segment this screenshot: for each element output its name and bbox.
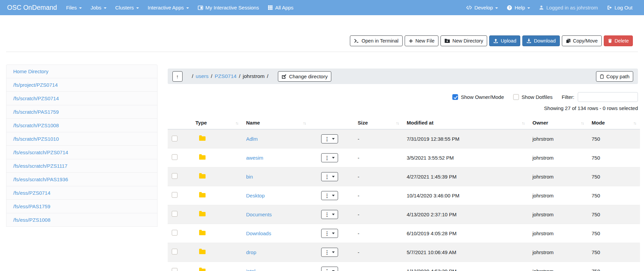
nav-item-jobs[interactable]: Jobs: [86, 5, 111, 10]
caret-down-icon: [332, 233, 335, 234]
files-table: Type↑↓ Name↑↓ Size↑↓ Modified at↑↓ Owner…: [168, 117, 640, 271]
three-dots-icon: ⋮: [325, 212, 330, 217]
nav-item-files[interactable]: Files: [62, 5, 86, 10]
file-name-link[interactable]: intel: [246, 268, 256, 271]
file-owner: johrstrom: [528, 262, 588, 271]
nav-item-interactive-apps[interactable]: Interactive Apps: [143, 5, 193, 10]
file-mode: 750: [588, 224, 640, 243]
file-owner: johrstrom: [528, 243, 588, 262]
window-icon: [198, 5, 203, 10]
breadcrumb-link-users[interactable]: users: [196, 73, 209, 79]
folder-icon: [199, 193, 206, 197]
copy-path-button[interactable]: Copy path: [596, 71, 633, 82]
folder-icon: [199, 174, 206, 179]
row-select-checkbox[interactable]: [172, 173, 177, 179]
nav-item-log-out[interactable]: Log Out: [602, 5, 637, 10]
filter-input[interactable]: [578, 92, 638, 102]
file-browser-main: ↑ / users / PZS0714 / johrstrom / Change…: [168, 64, 638, 271]
upload-button[interactable]: Upload: [489, 35, 520, 46]
nav-item-develop[interactable]: Develop: [462, 5, 502, 10]
open-in-terminal-button[interactable]: Open in Terminal: [350, 35, 402, 46]
sidebar-item[interactable]: /fs/ess/PZS0714: [6, 186, 158, 200]
row-select-checkbox[interactable]: [172, 230, 177, 236]
sidebar-item[interactable]: /fs/scratch/PAS1759: [6, 105, 158, 119]
row-actions-dropdown-button[interactable]: ⋮: [321, 210, 338, 219]
brand-link[interactable]: OSC OnDemand: [7, 4, 57, 11]
sidebar-item[interactable]: /fs/ess/scratch/PAS1936: [6, 172, 158, 186]
sidebar-item[interactable]: /fs/ess/PZS1008: [6, 213, 158, 227]
header-mode[interactable]: Mode↑↓: [588, 117, 640, 129]
row-actions-dropdown-button[interactable]: ⋮: [321, 134, 338, 143]
row-select-checkbox[interactable]: [172, 249, 177, 254]
row-select-checkbox[interactable]: [172, 192, 177, 198]
row-actions-dropdown-button[interactable]: ⋮: [321, 172, 338, 181]
change-directory-button[interactable]: Change directory: [278, 71, 331, 82]
file-name-link[interactable]: drop: [246, 249, 256, 255]
sidebar-item[interactable]: /fs/scratch/PZS1010: [6, 132, 158, 146]
table-row: intel ⋮ - 1/13/2020 4:53:39 PM johrstrom…: [168, 262, 640, 271]
file-name-link[interactable]: Documents: [246, 212, 272, 217]
navbar-left: Files Jobs Clusters Interactive Apps My …: [62, 5, 298, 10]
row-actions-dropdown-button[interactable]: ⋮: [321, 229, 338, 238]
breadcrumb-separator: /: [211, 73, 212, 79]
header-modified-at[interactable]: Modified at↑↓: [403, 117, 528, 129]
user-icon: [539, 5, 544, 10]
file-owner: johrstrom: [528, 224, 588, 243]
row-actions-dropdown-button[interactable]: ⋮: [321, 248, 338, 257]
file-mode: 750: [588, 205, 640, 224]
grid-icon: [268, 5, 273, 10]
file-mode: 750: [588, 167, 640, 186]
show-dotfiles-checkbox[interactable]: [513, 94, 519, 100]
file-mode: 750: [588, 243, 640, 262]
sidebar-item[interactable]: /fs/ess/PAS1759: [6, 199, 158, 213]
file-modified-at: 4/27/2021 1:45:39 PM: [403, 167, 528, 186]
sidebar-item[interactable]: /fs/ess/scratch/PZS1117: [6, 159, 158, 173]
header-owner[interactable]: Owner↑↓: [528, 117, 588, 129]
row-select-checkbox[interactable]: [172, 268, 177, 271]
row-actions-dropdown-button[interactable]: ⋮: [321, 153, 338, 162]
new-file-button[interactable]: New File: [405, 35, 438, 46]
caret-down-icon: [136, 7, 139, 9]
filter-group: Filter:: [562, 92, 638, 102]
header-size[interactable]: Size↑↓: [354, 117, 403, 129]
show-owner-mode-checkbox[interactable]: [452, 94, 458, 100]
sidebar-item[interactable]: Home Directory: [6, 64, 158, 78]
row-actions-dropdown-button[interactable]: ⋮: [321, 191, 338, 200]
download-icon: [526, 38, 531, 44]
table-row: awesim ⋮ - 3/5/2021 3:55:52 PM johrstrom…: [168, 148, 640, 167]
download-button[interactable]: Download: [522, 35, 560, 46]
copy-move-button[interactable]: Copy/Move: [562, 35, 602, 46]
file-size: -: [354, 205, 403, 224]
row-actions-dropdown-button[interactable]: ⋮: [321, 267, 338, 271]
file-modified-at: 4/13/2020 2:37:10 PM: [403, 205, 528, 224]
three-dots-icon: ⋮: [325, 193, 330, 198]
file-modified-at: 5/7/2021 10:06:49 AM: [403, 243, 528, 262]
file-owner: johrstrom: [528, 205, 588, 224]
sidebar-item[interactable]: /fs/ess/scratch/PZS0714: [6, 145, 158, 159]
file-name-link[interactable]: bin: [246, 174, 253, 180]
new-directory-button[interactable]: New Directory: [440, 35, 487, 46]
row-select-checkbox[interactable]: [172, 211, 177, 217]
nav-item-help[interactable]: ? Help: [502, 5, 534, 10]
file-name-link[interactable]: Downloads: [246, 231, 271, 236]
nav-item-clusters[interactable]: Clusters: [111, 5, 143, 10]
row-select-checkbox[interactable]: [172, 136, 177, 141]
caret-down-icon: [332, 176, 335, 178]
file-name-link[interactable]: Desktop: [246, 193, 265, 198]
file-modified-at: 3/5/2021 3:55:52 PM: [403, 148, 528, 167]
up-directory-button[interactable]: ↑: [172, 71, 183, 82]
sidebar-item[interactable]: /fs/scratch/PZS0714: [6, 91, 158, 105]
table-controls: Show Owner/Mode Show Dotfiles Filter:: [168, 92, 638, 102]
file-name-link[interactable]: awesim: [246, 155, 263, 161]
delete-button[interactable]: Delete: [604, 35, 633, 46]
file-modified-at: 10/14/2020 3:46:00 PM: [403, 186, 528, 205]
row-select-checkbox[interactable]: [172, 154, 177, 160]
breadcrumb-link-pzs0714[interactable]: PZS0714: [215, 73, 237, 79]
sidebar-item[interactable]: /fs/scratch/PZS1008: [6, 118, 158, 132]
header-name[interactable]: Name↑↓: [242, 117, 310, 129]
file-name-link[interactable]: Adlm: [246, 136, 258, 142]
nav-item-all-apps[interactable]: All Apps: [263, 5, 298, 10]
sidebar-item[interactable]: /fs/project/PZS0714: [6, 78, 158, 92]
header-type[interactable]: Type↑↓: [191, 117, 242, 129]
nav-item-my-interactive-sessions[interactable]: My Interactive Sessions: [193, 5, 263, 10]
